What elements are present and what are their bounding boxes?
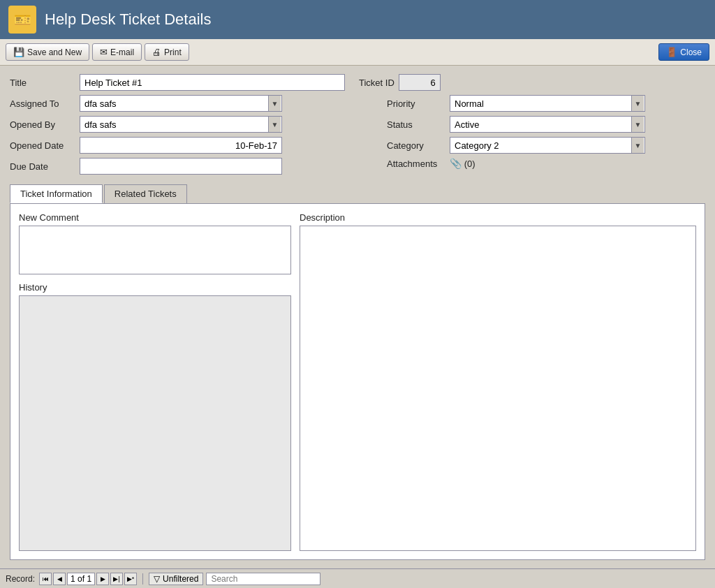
due-date-label: Due Date xyxy=(10,161,80,172)
opened-by-row: Opened By dfa safs ▼ xyxy=(10,116,359,133)
due-date-input[interactable] xyxy=(80,158,282,175)
main-content: Title Ticket ID Assigned To dfa safs ▼ xyxy=(0,66,715,568)
search-input[interactable] xyxy=(206,573,320,585)
assigned-to-select-wrapper: dfa safs ▼ xyxy=(80,95,282,112)
history-box xyxy=(19,295,291,551)
right-form: Priority Normal ▼ Status Active xyxy=(387,95,645,179)
category-select-wrapper: Category 2 ▼ xyxy=(450,137,645,154)
unfiltered-button[interactable]: ▽ Unfiltered xyxy=(149,573,203,585)
attachments-label: Attachments xyxy=(387,159,450,169)
app-title: Help Desk Ticket Details xyxy=(45,10,211,29)
title-input[interactable] xyxy=(80,74,345,91)
nav-first-button[interactable]: ⏮ xyxy=(39,573,52,585)
new-comment-section: New Comment xyxy=(19,212,291,277)
status-row: Status Active ▼ xyxy=(387,116,645,133)
category-label: Category xyxy=(387,140,450,151)
tabs-container: Ticket Information Related Tickets New C… xyxy=(10,184,705,560)
title-row: Title Ticket ID xyxy=(10,74,705,91)
assigned-to-row: Assigned To dfa safs ▼ xyxy=(10,95,359,112)
status-select[interactable]: Active xyxy=(450,116,645,133)
opened-date-row: Opened Date xyxy=(10,137,359,154)
status-bar: Record: ⏮ ◀ 1 of 1 ▶ ▶| ▶* ▽ Unfiltered xyxy=(0,568,715,588)
print-icon: 🖨 xyxy=(152,47,161,57)
history-label: History xyxy=(19,282,291,293)
opened-date-label: Opened Date xyxy=(10,140,80,151)
opened-by-label: Opened By xyxy=(10,119,80,130)
ticket-id-label: Ticket ID xyxy=(359,78,395,88)
opened-by-select-wrapper: dfa safs ▼ xyxy=(80,116,282,133)
close-button[interactable]: 🚪 Close xyxy=(658,43,709,61)
two-column-form: Assigned To dfa safs ▼ Opened By dfa saf… xyxy=(10,95,705,179)
category-select[interactable]: Category 2 xyxy=(450,137,645,154)
status-divider xyxy=(142,573,143,585)
paperclip-icon: 📎 xyxy=(450,158,462,169)
email-icon: ✉ xyxy=(100,47,108,57)
priority-row: Priority Normal ▼ xyxy=(387,95,645,112)
toolbar: 💾 Save and New ✉ E-mail 🖨 Print 🚪 Close xyxy=(0,39,715,66)
form-area: Title Ticket ID Assigned To dfa safs ▼ xyxy=(10,74,705,179)
tab-bar: Ticket Information Related Tickets xyxy=(10,184,705,203)
assigned-to-select[interactable]: dfa safs xyxy=(80,95,282,112)
left-panel: New Comment History xyxy=(19,212,291,551)
email-label: E-mail xyxy=(110,47,134,57)
priority-label: Priority xyxy=(387,98,450,109)
ticket-id-input xyxy=(399,74,441,91)
tab-content: New Comment History Description xyxy=(10,203,705,560)
app-icon: 🎫 xyxy=(8,6,36,34)
close-label: Close xyxy=(680,47,702,57)
description-textarea[interactable] xyxy=(300,226,696,551)
nav-last-button[interactable]: ▶| xyxy=(110,573,123,585)
email-button[interactable]: ✉ E-mail xyxy=(92,43,142,61)
record-label: Record: xyxy=(6,574,35,584)
priority-select[interactable]: Normal xyxy=(450,95,645,112)
right-panel: Description xyxy=(300,212,696,551)
print-label: Print xyxy=(164,47,182,57)
save-and-new-button[interactable]: 💾 Save and New xyxy=(6,43,89,61)
app-header: 🎫 Help Desk Ticket Details xyxy=(0,0,715,39)
left-form: Assigned To dfa safs ▼ Opened By dfa saf… xyxy=(10,95,359,179)
description-label: Description xyxy=(300,212,696,223)
tab-related-tickets[interactable]: Related Tickets xyxy=(104,184,187,203)
new-comment-textarea[interactable] xyxy=(19,226,291,274)
ticket-id-group: Ticket ID xyxy=(359,74,441,91)
record-count: 1 of 1 xyxy=(67,573,95,585)
close-icon: 🚪 xyxy=(666,47,677,57)
save-icon: 💾 xyxy=(13,47,24,57)
status-label: Status xyxy=(387,119,450,130)
ticket-icon: 🎫 xyxy=(14,11,31,28)
attachments-row: Attachments 📎 (0) xyxy=(387,158,645,169)
attachments-count: (0) xyxy=(464,159,476,169)
history-section: History xyxy=(19,282,291,551)
tab-ticket-information[interactable]: Ticket Information xyxy=(10,184,103,203)
filter-icon: ▽ xyxy=(154,574,160,584)
attachments-value[interactable]: 📎 (0) xyxy=(450,158,476,169)
due-date-row: Due Date xyxy=(10,158,359,175)
opened-date-input[interactable] xyxy=(80,137,282,154)
opened-by-select[interactable]: dfa safs xyxy=(80,116,282,133)
nav-next-button[interactable]: ▶ xyxy=(96,573,109,585)
save-and-new-label: Save and New xyxy=(27,47,82,57)
assigned-to-label: Assigned To xyxy=(10,98,80,109)
record-nav: ⏮ ◀ 1 of 1 ▶ ▶| ▶* xyxy=(39,573,137,585)
status-select-wrapper: Active ▼ xyxy=(450,116,645,133)
unfiltered-label: Unfiltered xyxy=(163,574,198,584)
print-button[interactable]: 🖨 Print xyxy=(145,43,189,61)
title-label: Title xyxy=(10,78,80,88)
nav-prev-button[interactable]: ◀ xyxy=(53,573,66,585)
category-row: Category Category 2 ▼ xyxy=(387,137,645,154)
priority-select-wrapper: Normal ▼ xyxy=(450,95,645,112)
new-comment-label: New Comment xyxy=(19,212,291,223)
nav-new-button[interactable]: ▶* xyxy=(124,573,137,585)
